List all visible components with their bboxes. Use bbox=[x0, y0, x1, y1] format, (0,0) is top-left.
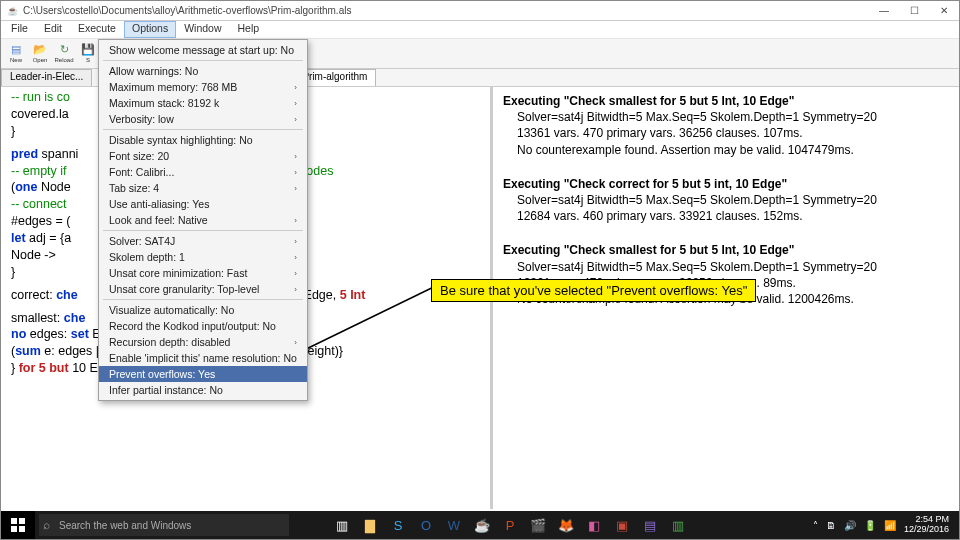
firefox-icon[interactable]: 🦊 bbox=[553, 513, 579, 537]
titlebar: ☕ C:\Users\costello\Documents\alloy\Arit… bbox=[1, 1, 959, 21]
code-text: } bbox=[11, 265, 15, 279]
tray-volume-icon[interactable]: 🔊 bbox=[844, 520, 856, 531]
app-icon-3[interactable]: ▤ bbox=[637, 513, 663, 537]
menu-options[interactable]: Options bbox=[124, 21, 176, 38]
output-block: Executing "Check smallest for 5 but 5 In… bbox=[503, 93, 949, 158]
menu-item[interactable]: Solver: SAT4J› bbox=[99, 233, 307, 249]
menu-item[interactable]: Recursion depth: disabled› bbox=[99, 334, 307, 350]
output-block: Executing "Check correct for 5 but 5 int… bbox=[503, 176, 949, 225]
code-text: -- connect bbox=[11, 197, 67, 211]
save-button[interactable]: 💾S bbox=[77, 41, 99, 63]
menu-item[interactable]: Visualize automatically: No bbox=[99, 302, 307, 318]
menu-item[interactable]: Maximum stack: 8192 k› bbox=[99, 95, 307, 111]
java-icon: ☕ bbox=[5, 4, 19, 18]
tray-battery-icon[interactable]: 🔋 bbox=[864, 520, 876, 531]
menu-item[interactable]: Unsat core minimization: Fast› bbox=[99, 265, 307, 281]
menu-item[interactable]: Prevent overflows: Yes bbox=[99, 366, 307, 382]
code-text: pred bbox=[11, 147, 38, 161]
menu-edit[interactable]: Edit bbox=[36, 21, 70, 38]
menu-item[interactable]: Tab size: 4› bbox=[99, 180, 307, 196]
menu-help[interactable]: Help bbox=[230, 21, 268, 38]
code-text: Node -> bbox=[11, 248, 56, 262]
outlook-icon[interactable]: O bbox=[413, 513, 439, 537]
taskbar-search[interactable]: Search the web and Windows bbox=[39, 514, 289, 536]
menu-item[interactable]: Allow warnings: No bbox=[99, 63, 307, 79]
title-path: C:\Users\costello\Documents\alloy\Arithm… bbox=[23, 5, 351, 16]
tab-leader-in-elec-[interactable]: Leader-in-Elec... bbox=[1, 69, 92, 86]
code-text: -- run is co bbox=[11, 90, 70, 104]
svg-rect-4 bbox=[19, 526, 25, 532]
minimize-button[interactable]: — bbox=[869, 1, 899, 21]
app-icon-2[interactable]: ▣ bbox=[609, 513, 635, 537]
code-text: -- empty if bbox=[11, 164, 67, 178]
menu-item[interactable]: Font: Calibri...› bbox=[99, 164, 307, 180]
menu-item[interactable]: Show welcome message at start up: No bbox=[99, 42, 307, 58]
menu-file[interactable]: File bbox=[3, 21, 36, 38]
menu-item[interactable]: Look and feel: Native› bbox=[99, 212, 307, 228]
code-text: covered.la bbox=[11, 107, 69, 121]
menu-item[interactable]: Skolem depth: 1› bbox=[99, 249, 307, 265]
tray-action-icon[interactable]: 🗎 bbox=[826, 520, 836, 531]
video-app-icon[interactable]: 🎬 bbox=[525, 513, 551, 537]
annotation-callout: Be sure that you've selected "Prevent ov… bbox=[431, 279, 756, 302]
menu-item[interactable]: Verbosity: low› bbox=[99, 111, 307, 127]
menu-item[interactable]: Infer partial instance: No bbox=[99, 382, 307, 398]
app-window: ☕ C:\Users\costello\Documents\alloy\Arit… bbox=[0, 0, 960, 540]
app-icon-4[interactable]: ▥ bbox=[665, 513, 691, 537]
system-tray: ˄ 🗎 🔊 🔋 📶 2:54 PM 12/29/2016 bbox=[813, 515, 959, 535]
app-icon[interactable]: ◧ bbox=[581, 513, 607, 537]
svg-rect-3 bbox=[11, 526, 17, 532]
task-view-icon[interactable]: ▥ bbox=[329, 513, 355, 537]
menu-execute[interactable]: Execute bbox=[70, 21, 124, 38]
taskbar-clock[interactable]: 2:54 PM 12/29/2016 bbox=[904, 515, 955, 535]
start-button[interactable] bbox=[1, 511, 35, 539]
menu-item[interactable]: Unsat core granularity: Top-level› bbox=[99, 281, 307, 297]
menu-item[interactable]: Font size: 20› bbox=[99, 148, 307, 164]
menu-item[interactable]: Use anti-aliasing: Yes bbox=[99, 196, 307, 212]
powerpoint-icon[interactable]: P bbox=[497, 513, 523, 537]
open-button[interactable]: 📂Open bbox=[29, 41, 51, 63]
menu-item[interactable]: Record the Kodkod input/output: No bbox=[99, 318, 307, 334]
tray-network-icon[interactable]: 📶 bbox=[884, 520, 896, 531]
menu-item[interactable]: Enable 'implicit this' name resolution: … bbox=[99, 350, 307, 366]
java-app-icon[interactable]: ☕ bbox=[469, 513, 495, 537]
taskbar-apps: ▥ ▇ S O W ☕ P 🎬 🦊 ◧ ▣ ▤ ▥ bbox=[329, 513, 691, 537]
menu-window[interactable]: Window bbox=[176, 21, 229, 38]
file-explorer-icon[interactable]: ▇ bbox=[357, 513, 383, 537]
menu-item[interactable]: Disable syntax highlighting: No bbox=[99, 132, 307, 148]
new-button[interactable]: ▤New bbox=[5, 41, 27, 63]
close-button[interactable]: ✕ bbox=[929, 1, 959, 21]
reload-button[interactable]: ↻Reload bbox=[53, 41, 75, 63]
taskbar: Search the web and Windows ▥ ▇ S O W ☕ P… bbox=[1, 511, 959, 539]
svg-rect-2 bbox=[19, 518, 25, 524]
tray-expand-icon[interactable]: ˄ bbox=[813, 520, 818, 531]
code-text: } bbox=[11, 124, 15, 138]
word-icon[interactable]: W bbox=[441, 513, 467, 537]
options-menu: Show welcome message at start up: NoAllo… bbox=[98, 39, 308, 401]
skype-icon[interactable]: S bbox=[385, 513, 411, 537]
menu-item[interactable]: Maximum memory: 768 MB› bbox=[99, 79, 307, 95]
menubar: FileEditExecuteOptionsWindowHelp bbox=[1, 21, 959, 39]
maximize-button[interactable]: ☐ bbox=[899, 1, 929, 21]
svg-rect-1 bbox=[11, 518, 17, 524]
